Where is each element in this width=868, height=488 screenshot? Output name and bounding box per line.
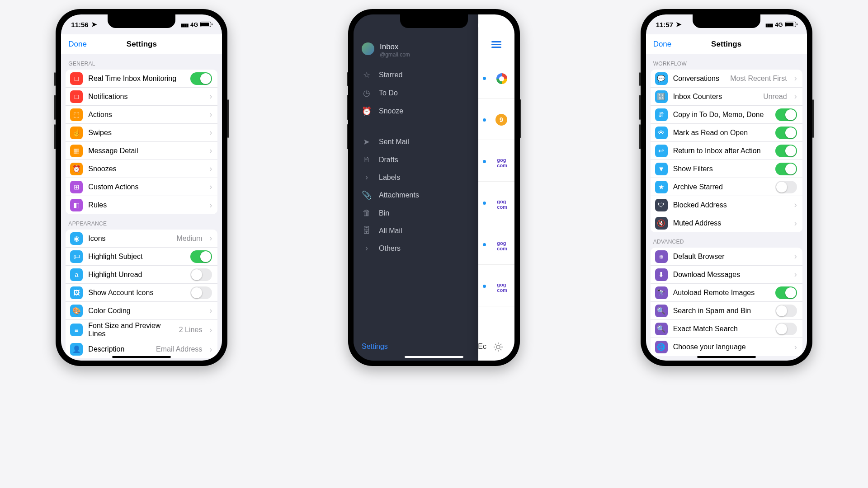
row-value: Email Address: [156, 345, 202, 353]
row-label: Show Account Icons: [88, 289, 185, 297]
settings-row-copyin[interactable]: ⇵Copy in To Do, Memo, Done: [651, 106, 802, 124]
done-button[interactable]: Done: [653, 40, 672, 49]
row-label: Exact Match Search: [673, 325, 770, 333]
nav-header: Done Settings: [61, 34, 222, 54]
hlsubject-toggle[interactable]: [190, 250, 212, 263]
drawer-folders-bottom: ➤Sent Mail🗎Drafts›Labels📎Attachments🗑Bin…: [354, 133, 478, 257]
settings-row-filters[interactable]: ▼Show Filters: [651, 160, 802, 178]
section-advanced-header: ADVANCED: [646, 232, 807, 248]
settings-row-actions[interactable]: ⬚Actions›: [66, 106, 217, 124]
accicons-toggle[interactable]: [190, 286, 212, 299]
drafts-icon: 🗎: [362, 155, 372, 164]
settings-row-muted[interactable]: 🔇Muted Address›: [651, 214, 802, 232]
drawer-settings-link[interactable]: Settings: [362, 343, 388, 351]
home-indicator[interactable]: [405, 356, 463, 358]
drawer-item-allmail[interactable]: 🗄All Mail: [354, 222, 478, 239]
settings-row-accicons[interactable]: 🖼Show Account Icons: [66, 284, 217, 302]
hamburger-icon[interactable]: [491, 40, 501, 49]
peek-row[interactable]: gog com: [478, 140, 514, 182]
home-indicator[interactable]: [697, 356, 756, 358]
settings-row-custom[interactable]: ⊞Custom Actions›: [66, 178, 217, 196]
row-value: Most Recent First: [730, 75, 787, 83]
status-time: 11:56: [71, 21, 88, 28]
drawer-item-starred[interactable]: ☆Starred: [354, 66, 478, 84]
peek-row[interactable]: 9: [478, 99, 514, 140]
drawer-item-todo[interactable]: ◷To Do: [354, 84, 478, 102]
edit-button-partial[interactable]: Ec: [478, 343, 486, 351]
theme-sun-icon[interactable]: [493, 342, 504, 352]
row-value: Medium: [176, 235, 202, 243]
chevron-right-icon: ›: [209, 325, 212, 335]
settings-row-colorcoding[interactable]: 🎨Color Coding›: [66, 302, 217, 320]
settings-row-description[interactable]: 👤DescriptionEmail Address›: [66, 340, 217, 358]
realtime-toggle[interactable]: [190, 72, 212, 85]
settings-row-searchspam[interactable]: 🔍Search in Spam and Bin: [651, 302, 802, 320]
peek-row[interactable]: gog com: [478, 223, 514, 265]
settings-row-icons[interactable]: ◉IconsMedium›: [66, 230, 217, 248]
settings-row-counters[interactable]: 🔢Inbox CountersUnread›: [651, 88, 802, 106]
autoload-toggle[interactable]: [775, 286, 797, 299]
settings-row-download[interactable]: ⬇Download Messages›: [651, 266, 802, 284]
msgdetail-icon: ▦: [70, 145, 83, 157]
home-indicator[interactable]: [112, 356, 171, 358]
chevron-right-icon: ›: [794, 343, 797, 352]
settings-scroll[interactable]: GENERAL □Real Time Inbox Monitoring□Noti…: [61, 54, 222, 361]
exactmatch-toggle[interactable]: [775, 323, 797, 335]
settings-row-swipes[interactable]: ☝Swipes›: [66, 124, 217, 142]
settings-row-markread[interactable]: 👁Mark as Read on Open: [651, 124, 802, 142]
accicons-icon: 🖼: [70, 286, 83, 299]
drawer-item-snooze[interactable]: ⏰Snooze: [354, 102, 478, 120]
row-label: Actions: [88, 111, 202, 119]
drawer-item-labels[interactable]: ›Labels: [354, 169, 478, 186]
settings-row-archivestar[interactable]: ★Archive Starred: [651, 178, 802, 196]
location-icon: ➤: [676, 20, 682, 28]
unread-dot-icon: [483, 285, 486, 288]
settings-row-rules[interactable]: ◧Rules›: [66, 196, 217, 214]
drawer-item-drafts[interactable]: 🗎Drafts: [354, 151, 478, 169]
archivestar-toggle[interactable]: [775, 181, 797, 193]
row-label: Swipes: [88, 129, 202, 137]
settings-row-autoload[interactable]: 🔭Autoload Remote Images: [651, 284, 802, 302]
hlunread-toggle[interactable]: [190, 268, 212, 281]
drawer-item-others[interactable]: ›Others: [354, 239, 478, 257]
copyin-toggle[interactable]: [775, 108, 797, 121]
settings-row-snoozes[interactable]: ⏰Snoozes›: [66, 160, 217, 178]
done-button[interactable]: Done: [68, 40, 87, 49]
peek-row[interactable]: [478, 57, 514, 99]
row-label: Choose your language: [673, 343, 787, 351]
settings-row-blocked[interactable]: 🛡Blocked Address›: [651, 196, 802, 214]
page-title: Settings: [711, 40, 741, 49]
side-drawer[interactable]: Inbox @gmail.com ☆Starred◷To Do⏰Snooze ➤…: [354, 14, 478, 361]
settings-row-exactmatch[interactable]: 🔍Exact Match Search: [651, 320, 802, 338]
settings-row-hlsubject[interactable]: 🏷Highlight Subject: [66, 248, 217, 266]
drawer-item-sent[interactable]: ➤Sent Mail: [354, 133, 478, 151]
settings-row-notifications[interactable]: □Notifications›: [66, 88, 217, 106]
peek-row[interactable]: gog com: [478, 182, 514, 223]
settings-row-conversations[interactable]: 💬ConversationsMost Recent First›: [651, 70, 802, 88]
row-label: Search in Spam and Bin: [673, 307, 770, 315]
filters-icon: ▼: [655, 163, 668, 175]
settings-row-browser[interactable]: ⎈Default Browser›: [651, 248, 802, 266]
inbox-peek[interactable]: 9 gog com gog com gog com gog com: [478, 14, 514, 361]
settings-row-msgdetail[interactable]: ▦Message Detail›: [66, 142, 217, 160]
nav-header: Done Settings: [646, 34, 807, 54]
drawer-item-bin[interactable]: 🗑Bin: [354, 204, 478, 222]
row-label: Custom Actions: [88, 183, 202, 191]
drawer-item-attachments[interactable]: 📎Attachments: [354, 186, 478, 204]
markread-icon: 👁: [655, 127, 668, 139]
chevron-right-icon: ›: [794, 92, 797, 101]
searchspam-toggle[interactable]: [775, 305, 797, 317]
drawer-account[interactable]: Inbox @gmail.com: [354, 39, 478, 66]
returninbox-toggle[interactable]: [775, 145, 797, 157]
markread-toggle[interactable]: [775, 127, 797, 139]
settings-row-realtime[interactable]: □Real Time Inbox Monitoring: [66, 70, 217, 88]
peek-row[interactable]: gog com: [478, 265, 514, 306]
settings-row-fontsize[interactable]: ≡Font Size and Preview Lines2 Lines›: [66, 320, 217, 340]
settings-row-language[interactable]: 🌐Choose your language›: [651, 338, 802, 356]
attachments-icon: 📎: [362, 190, 372, 200]
settings-row-returninbox[interactable]: ↩Return to Inbox after Action: [651, 142, 802, 160]
settings-scroll[interactable]: WORKFLOW 💬ConversationsMost Recent First…: [646, 54, 807, 361]
rules-icon: ◧: [70, 199, 83, 211]
settings-row-hlunread[interactable]: aHighlight Unread: [66, 266, 217, 284]
filters-toggle[interactable]: [775, 163, 797, 175]
